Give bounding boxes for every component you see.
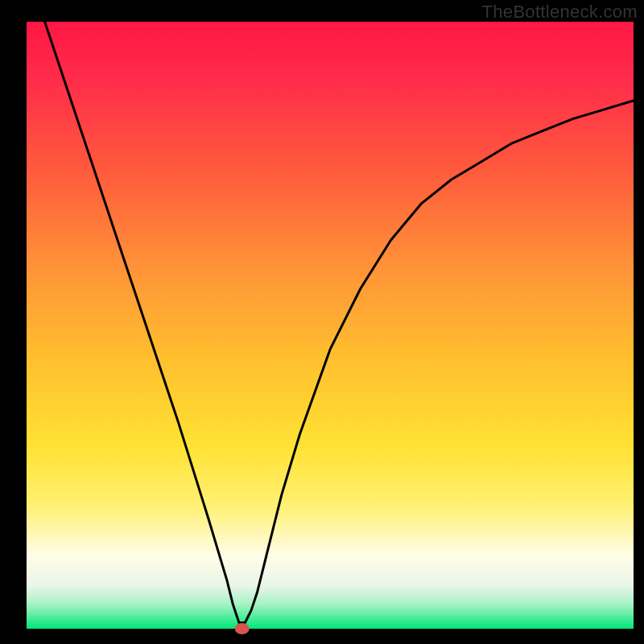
chart-container: TheBottleneck.com [0, 0, 644, 644]
gradient-background [27, 22, 634, 629]
watermark-text: TheBottleneck.com [482, 2, 638, 23]
chart-svg [0, 0, 644, 644]
optimal-point-marker [235, 623, 250, 634]
plot-area [27, 22, 634, 634]
